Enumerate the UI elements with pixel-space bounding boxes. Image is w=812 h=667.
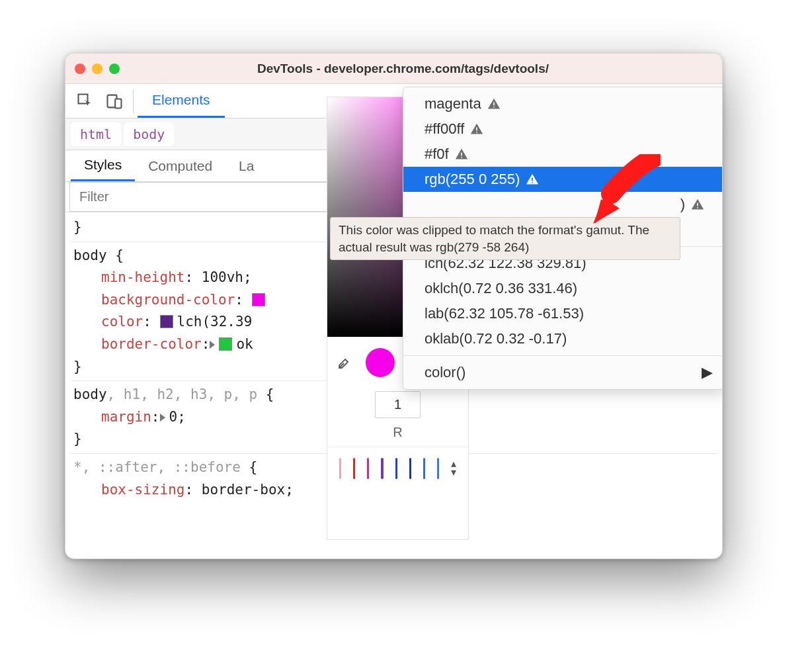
submenu-arrow-icon: ▶	[702, 364, 713, 381]
color-picker-values: 1	[327, 387, 468, 425]
close-window-button[interactable]	[75, 64, 85, 74]
format-option-oklch[interactable]: oklch(0.72 0.36 331.46)	[403, 276, 723, 301]
expand-shorthand-icon[interactable]	[210, 341, 215, 349]
minimize-window-button[interactable]	[92, 64, 102, 74]
css-prop-margin[interactable]: margin	[73, 409, 151, 425]
alpha-value[interactable]: 1	[375, 391, 421, 418]
breadcrumb-body[interactable]: body	[124, 122, 174, 146]
expand-shorthand-icon[interactable]	[160, 414, 165, 422]
format-option-lab[interactable]: lab(62.32 105.78 -61.53)	[403, 301, 723, 326]
warning-icon	[525, 173, 540, 186]
palette-swatch[interactable]	[437, 458, 439, 479]
css-prop-min-height[interactable]: min-height	[73, 269, 184, 285]
warning-icon	[454, 148, 469, 161]
current-color-swatch[interactable]	[366, 348, 395, 377]
palette-swatch[interactable]	[381, 458, 383, 479]
palette-swatch[interactable]	[395, 458, 397, 479]
format-option-hex3[interactable]: #f0f	[403, 142, 723, 167]
format-option-oklab[interactable]: oklab(0.72 0.32 -0.17)	[403, 326, 723, 351]
subtab-computed[interactable]: Computed	[135, 150, 225, 181]
annotation-arrow-icon	[581, 154, 661, 227]
eyedropper-icon[interactable]	[337, 355, 352, 371]
zoom-window-button[interactable]	[109, 64, 120, 74]
palette-swatch[interactable]	[353, 458, 355, 479]
palette-row: ▴▾	[327, 447, 468, 490]
format-option-hex6[interactable]: #ff00ff	[403, 116, 723, 142]
warning-icon	[690, 198, 705, 211]
color-swatch-icon[interactable]	[219, 337, 232, 351]
channel-label-r: R	[393, 425, 402, 440]
palette-swatch[interactable]	[409, 458, 411, 479]
palette-stepper-icon[interactable]: ▴▾	[451, 460, 456, 477]
format-option-rgb[interactable]: rgb(255 0 255)	[403, 167, 723, 192]
css-prop-background-color[interactable]: background-color	[73, 292, 235, 308]
warning-icon	[487, 97, 501, 111]
color-swatch-icon[interactable]	[252, 293, 265, 306]
warning-icon	[469, 122, 484, 136]
format-option-color-fn[interactable]: color() ▶	[403, 360, 723, 385]
inspect-element-icon[interactable]	[71, 84, 100, 118]
color-swatch-icon[interactable]	[160, 315, 173, 328]
device-toggle-icon[interactable]	[100, 84, 129, 118]
window-controls	[75, 64, 120, 74]
css-prop-border-color[interactable]: border-color	[73, 336, 202, 352]
palette-swatch[interactable]	[423, 458, 425, 479]
toolbar-divider	[133, 89, 134, 113]
window-title: DevTools - developer.chrome.com/tags/dev…	[120, 62, 686, 76]
tab-elements[interactable]: Elements	[138, 84, 225, 118]
svg-rect-1	[115, 99, 121, 108]
css-prop-box-sizing[interactable]: box-sizing	[73, 482, 184, 498]
subtab-layout[interactable]: La	[225, 150, 267, 181]
css-prop-color[interactable]: color	[73, 314, 143, 330]
format-option-magenta[interactable]: magenta	[403, 91, 723, 116]
palette-swatch[interactable]	[339, 458, 341, 479]
devtools-window: DevTools - developer.chrome.com/tags/dev…	[65, 53, 723, 559]
breadcrumb-html[interactable]: html	[71, 122, 121, 146]
format-option-hsl-cut[interactable]: )	[403, 192, 723, 217]
subtab-styles[interactable]: Styles	[71, 150, 135, 181]
window-titlebar: DevTools - developer.chrome.com/tags/dev…	[65, 54, 722, 84]
palette-swatch[interactable]	[367, 458, 369, 479]
